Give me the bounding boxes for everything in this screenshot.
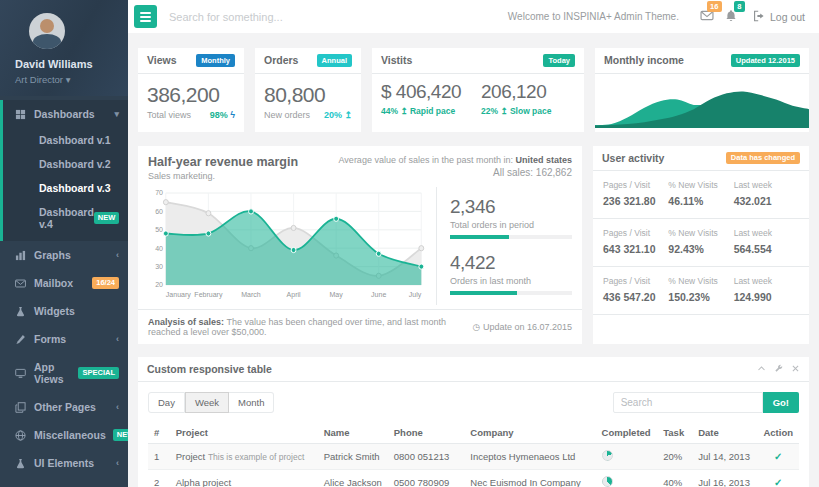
month-button[interactable]: Month: [229, 392, 274, 413]
sidebar-nav: Dashboards▾Dashboard v.1Dashboard v.2Das…: [0, 100, 128, 487]
sidebar-item-forms[interactable]: Forms‹: [0, 325, 128, 353]
globe-icon: [15, 430, 27, 441]
top-navbar: Welcome to INSPINIA+ Admin Theme. 16 8 L…: [128, 0, 819, 33]
orders-value: 80,800: [264, 83, 352, 107]
pencil-icon: [15, 334, 27, 345]
progress-bar: [450, 235, 572, 239]
orders-label: New orders: [264, 110, 310, 120]
monitor-icon: [15, 368, 27, 379]
sidebar: David Williams Art Director ▾ Dashboards…: [0, 0, 128, 487]
ua-value: 150.23%: [668, 291, 733, 303]
chevron-left-icon: ‹: [116, 334, 119, 344]
revenue-title: Half-year revenue margin: [148, 155, 298, 169]
ua-value: 436 547.20: [603, 291, 668, 303]
analysis-text: Analysis of sales: The value has been ch…: [148, 317, 463, 337]
income-badge: Updated 12.2015: [731, 54, 800, 67]
flask-icon: [15, 306, 27, 317]
monthly-income-panel: Monthly income Updated 12.2015: [595, 48, 809, 132]
sidebar-subitem-dashboard-v-2[interactable]: Dashboard v.2: [3, 152, 128, 176]
progress-bar: [450, 291, 572, 295]
svg-text:60: 60: [155, 206, 163, 215]
column-header-project: Project: [170, 422, 318, 444]
go-button[interactable]: Go!: [763, 392, 799, 413]
sidebar-item-widgets[interactable]: Widgets: [0, 297, 128, 325]
user-activity-title: User activity: [602, 152, 664, 164]
update-date: Update on 16.07.2015: [483, 322, 572, 332]
sidebar-item-dashboards[interactable]: Dashboards▾: [3, 100, 128, 128]
ua-label: % New Visits: [668, 180, 733, 190]
search-input[interactable]: [169, 11, 508, 23]
wrench-icon[interactable]: [774, 364, 783, 373]
orders-title: Orders: [264, 54, 298, 66]
sidebar-item-app-views[interactable]: App ViewsSPECIAL: [0, 353, 128, 393]
bar-chart-icon: [15, 250, 27, 261]
sidebar-item-mailbox[interactable]: Mailbox16/24: [0, 269, 128, 297]
sidebar-item-other-pages[interactable]: Other Pages‹: [0, 393, 128, 421]
svg-text:30: 30: [155, 261, 163, 270]
sidebar-item-ui-elements[interactable]: UI Elements‹: [0, 449, 128, 477]
table-search-input[interactable]: [613, 392, 763, 413]
sidebar-subitem-dashboard-v-3[interactable]: Dashboard v.3: [3, 176, 128, 200]
menu-toggle-button[interactable]: [134, 5, 157, 28]
views-delta: 98%: [210, 110, 228, 120]
revenue-subtitle: Sales marketing.: [148, 171, 298, 181]
table-row: 2Alpha projectAlice Jackson0500 780909Ne…: [148, 469, 799, 487]
user-activity-row: Pages / Visit436 547.20% New Visits150.2…: [593, 267, 809, 315]
svg-text:50: 50: [155, 225, 163, 234]
column-header-phone: Phone: [388, 422, 465, 444]
chevron-down-icon: ▾: [114, 109, 119, 119]
ua-label: Pages / Visit: [603, 276, 668, 286]
revenue-stats: 2,346Total orders in period4,422Orders i…: [436, 187, 572, 305]
chevron-left-icon: ‹: [116, 402, 119, 412]
sidebar-item-miscellaneous[interactable]: MiscellaneousNEW: [0, 421, 128, 449]
page-content: Views Monthly 386,200 Total views 98% ϟ …: [128, 33, 819, 487]
main-area: Welcome to INSPINIA+ Admin Theme. 16 8 L…: [128, 0, 819, 487]
table-row: 1Project This is example of projectPatri…: [148, 443, 799, 469]
collapse-icon[interactable]: [757, 364, 766, 373]
svg-text:70: 70: [155, 188, 163, 197]
completed-pie-icon: [602, 450, 613, 461]
avatar[interactable]: [29, 13, 65, 49]
revenue-panel: Half-year revenue margin Sales marketing…: [138, 146, 582, 344]
sidebar-profile: David Williams Art Director ▾: [0, 0, 128, 96]
sidebar-section-dashboards: Dashboards▾Dashboard v.1Dashboard v.2Das…: [0, 100, 128, 241]
column-header-company: Company: [464, 422, 595, 444]
user-role-dropdown[interactable]: Art Director ▾: [15, 74, 128, 85]
check-icon[interactable]: ✓: [774, 477, 782, 487]
revenue-note: Average value of sales in the past month…: [339, 155, 572, 165]
alerts-badge: 8: [734, 1, 745, 13]
svg-text:February: February: [194, 289, 223, 298]
visits-left-value: $ 406,420: [381, 81, 461, 103]
close-icon[interactable]: [791, 364, 800, 373]
views-badge: Monthly: [196, 54, 235, 67]
week-button[interactable]: Week: [185, 392, 229, 413]
envelope-icon: [15, 278, 27, 289]
svg-text:20: 20: [155, 280, 163, 289]
svg-text:June: June: [371, 289, 386, 298]
app-window: David Williams Art Director ▾ Dashboards…: [0, 0, 819, 487]
views-title: Views: [147, 54, 177, 66]
day-button[interactable]: Day: [148, 392, 185, 413]
sidebar-item-graphs[interactable]: Graphs‹: [0, 241, 128, 269]
orders-delta: 20%: [324, 110, 342, 120]
svg-text:January: January: [166, 289, 191, 298]
user-name: David Williams: [15, 58, 128, 70]
alerts-button[interactable]: 8: [725, 8, 737, 26]
ua-label: Pages / Visit: [603, 228, 668, 238]
ua-value: 46.11%: [668, 195, 733, 207]
svg-text:April: April: [287, 289, 301, 298]
bolt-icon: ϟ: [230, 110, 235, 120]
clock-icon: ◷: [473, 322, 481, 332]
caret-down-icon: ▾: [66, 74, 71, 85]
beaker-icon: [15, 458, 27, 469]
sidebar-subitem-dashboard-v-4[interactable]: Dashboard v.4NEW: [3, 200, 128, 236]
sidebar-subitem-dashboard-v-1[interactable]: Dashboard v.1: [3, 128, 128, 152]
files-icon: [15, 402, 27, 413]
logout-button[interactable]: Log out: [753, 10, 805, 24]
sidebar-item-grid-options[interactable]: Grid options: [0, 477, 128, 487]
check-icon[interactable]: ✓: [774, 451, 782, 462]
user-activity-row: Pages / Visit643 321.10% New Visits92.43…: [593, 219, 809, 267]
svg-text:July: July: [409, 289, 422, 298]
ua-label: % New Visits: [668, 228, 733, 238]
messages-button[interactable]: 16: [700, 8, 714, 26]
